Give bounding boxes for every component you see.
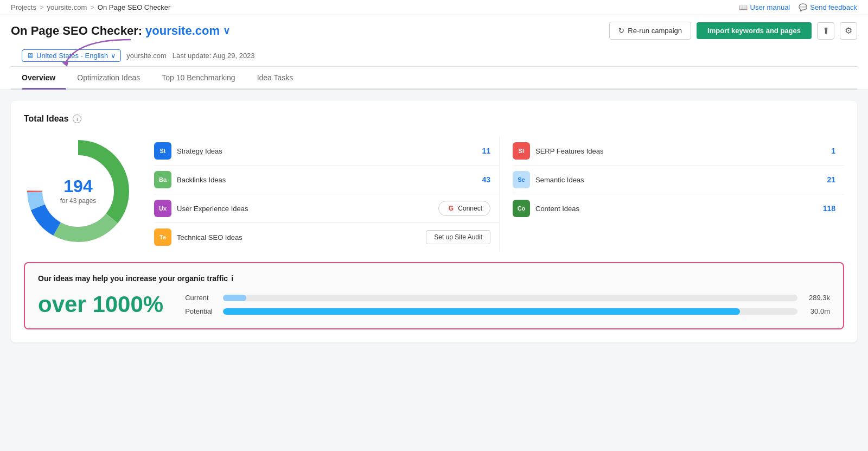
top-nav-actions: 📖 User manual 💬 Send feedback [739, 3, 857, 11]
semantic-ideas-row: Se Semantic Ideas 21 [513, 166, 844, 194]
donut-chart: 194 for 43 pages [24, 137, 132, 245]
export-button[interactable]: ⬆ [817, 22, 834, 40]
current-label: Current [185, 294, 218, 302]
strategy-badge: St [154, 142, 171, 160]
total-pages: for 43 pages [60, 197, 97, 205]
current-bar-track [223, 295, 797, 301]
tab-optimization-ideas[interactable]: Optimization Ideas [77, 67, 151, 88]
strategy-ideas-row: St Strategy Ideas 11 [154, 137, 499, 166]
total-ideas-card: Total Ideas i [11, 101, 857, 342]
backlinks-ideas-row: Ba Backlinks Ideas 43 [154, 166, 499, 194]
header-top: On Page SEO Checker: yoursite.com ∨ ↻ Re… [11, 22, 857, 40]
tabs-bar: Overview Optimization Ideas Top 10 Bench… [11, 67, 857, 90]
page-header: On Page SEO Checker: yoursite.com ∨ ↻ Re… [0, 15, 868, 90]
info-icon[interactable]: i [73, 115, 81, 123]
potential-traffic-row: Potential 30.0m [185, 307, 830, 315]
tab-idea-tasks[interactable]: Idea Tasks [257, 67, 304, 88]
settings-button[interactable]: ⚙ [840, 22, 857, 40]
semantic-badge: Se [513, 171, 530, 188]
breadcrumb: Projects > yoursite.com > On Page SEO Ch… [11, 3, 170, 11]
current-value: 289.3k [803, 294, 830, 302]
current-traffic-row: Current 289.3k [185, 294, 830, 302]
domain-chevron-icon[interactable]: ∨ [223, 25, 230, 37]
header-actions: ↻ Re-run campaign Import keywords and pa… [609, 22, 857, 40]
potential-bar-fill [223, 308, 740, 315]
breadcrumb-sep2: > [90, 3, 94, 11]
page-title: On Page SEO Checker: yoursite.com ∨ [11, 24, 230, 38]
sub-header: 🖥 United States - English ∨ yoursite.com… [11, 45, 857, 67]
serp-features-row: Sf SERP Features Ideas 1 [513, 137, 844, 166]
ideas-left-column: St Strategy Ideas 11 Ba Backlinks Ideas … [154, 137, 499, 251]
potential-label: Potential [185, 307, 218, 315]
domain-name[interactable]: yoursite.com [145, 24, 220, 38]
strategy-ideas-label: Strategy Ideas [177, 147, 469, 155]
tab-overview[interactable]: Overview [22, 67, 66, 88]
traffic-boost-box: Our ideas may help you increase your org… [24, 262, 844, 329]
top-navigation: Projects > yoursite.com > On Page SEO Ch… [0, 0, 868, 15]
traffic-title: Our ideas may help you increase your org… [38, 274, 830, 283]
total-number: 194 [60, 177, 97, 195]
potential-value: 30.0m [803, 307, 830, 315]
main-content: Total Ideas i [0, 90, 868, 353]
site-info: yoursite.com Last update: Aug 29, 2023 [126, 52, 254, 60]
content-ideas-label: Content Ideas [535, 205, 814, 213]
title-prefix: On Page SEO Checker: [11, 24, 142, 38]
content-ideas-count[interactable]: 118 [819, 204, 835, 213]
gear-icon: ⚙ [845, 26, 852, 36]
google-g-icon: G [446, 204, 455, 213]
rerun-campaign-button[interactable]: ↻ Re-run campaign [609, 22, 691, 40]
breadcrumb-site[interactable]: yoursite.com [47, 3, 87, 11]
traffic-percent: over 1000% [38, 291, 163, 317]
breadcrumb-projects[interactable]: Projects [11, 3, 36, 11]
semantic-ideas-count[interactable]: 21 [819, 175, 835, 184]
traffic-info-icon[interactable]: i [231, 274, 233, 283]
ux-ideas-row: Ux User Experience Ideas G Connect [154, 194, 499, 223]
user-manual-link[interactable]: 📖 User manual [739, 3, 790, 11]
technical-seo-label: Technical SEO Ideas [177, 233, 420, 242]
serp-features-label: SERP Features Ideas [535, 147, 814, 155]
locale-chevron-icon: ∨ [111, 52, 116, 60]
potential-bar-track [223, 308, 797, 315]
ideas-content: 194 for 43 pages St Strategy Ideas 11 Ba… [24, 137, 844, 251]
refresh-icon: ↻ [618, 27, 624, 35]
donut-center: 194 for 43 pages [60, 177, 97, 205]
strategy-ideas-count[interactable]: 11 [474, 147, 490, 155]
technical-seo-row: Te Technical SEO Ideas Set up Site Audit [154, 223, 499, 251]
ux-ideas-label: User Experience Ideas [177, 205, 433, 213]
card-title: Total Ideas i [24, 114, 844, 124]
semantic-ideas-label: Semantic Ideas [535, 176, 814, 184]
site-audit-button[interactable]: Set up Site Audit [426, 230, 490, 244]
import-keywords-button[interactable]: Import keywords and pages [697, 22, 812, 39]
export-icon: ⬆ [822, 26, 829, 36]
ideas-right-column: Sf SERP Features Ideas 1 Se Semantic Ide… [499, 137, 844, 251]
connect-button[interactable]: G Connect [438, 201, 490, 216]
serp-features-count[interactable]: 1 [819, 147, 835, 155]
backlinks-ideas-label: Backlinks Ideas [177, 176, 469, 184]
breadcrumb-current: On Page SEO Checker [98, 3, 170, 11]
backlinks-ideas-count[interactable]: 43 [474, 175, 490, 184]
feedback-icon: 💬 [799, 3, 807, 11]
breadcrumb-sep1: > [40, 3, 44, 11]
monitor-icon: 🖥 [27, 52, 34, 60]
current-bar-fill [223, 295, 246, 301]
backlinks-badge: Ba [154, 171, 171, 188]
book-icon: 📖 [739, 3, 748, 11]
traffic-bars: Current 289.3k Potential 30.0m [185, 294, 830, 315]
ux-badge: Ux [154, 200, 171, 217]
content-badge: Co [513, 200, 530, 217]
locale-selector[interactable]: 🖥 United States - English ∨ [22, 49, 121, 62]
traffic-content: over 1000% Current 289.3k Potential [38, 291, 830, 317]
technical-badge: Te [154, 228, 171, 246]
ideas-list: St Strategy Ideas 11 Ba Backlinks Ideas … [154, 137, 844, 251]
send-feedback-link[interactable]: 💬 Send feedback [799, 3, 857, 11]
serp-badge: Sf [513, 142, 530, 160]
content-ideas-row: Co Content Ideas 118 [513, 194, 844, 223]
tab-top10-benchmarking[interactable]: Top 10 Benchmarking [162, 67, 246, 88]
